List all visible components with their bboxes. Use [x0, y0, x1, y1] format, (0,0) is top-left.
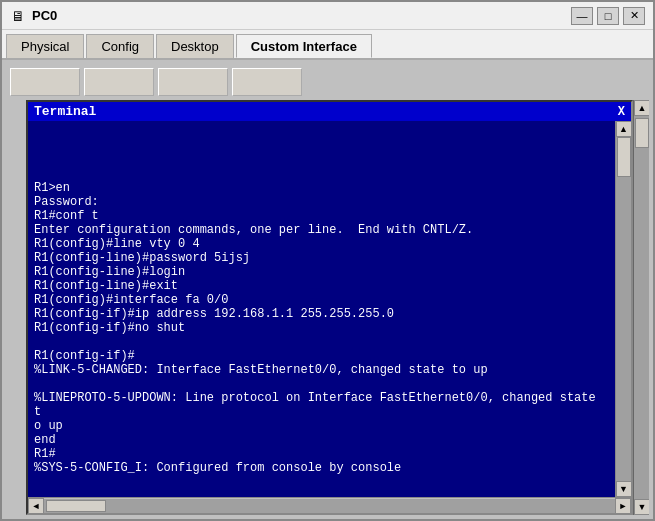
scroll-track-horizontal[interactable]: [44, 499, 615, 513]
toolbar-btn-4[interactable]: [232, 68, 302, 96]
outer-scroll-track[interactable]: [634, 116, 649, 499]
toolbar-btn-2[interactable]: [84, 68, 154, 96]
tab-config[interactable]: Config: [86, 34, 154, 58]
terminal-inner: R1>en Password: R1#conf t Enter configur…: [28, 121, 631, 497]
terminal-scrollbar-horizontal: ◄ ►: [28, 497, 631, 513]
window-icon: 🖥: [10, 8, 26, 24]
side-panel-left: [6, 100, 26, 515]
minimize-button[interactable]: —: [571, 7, 593, 25]
title-controls: — □ ✕: [571, 7, 645, 25]
main-content: Terminal X R1>en Password: R1#conf t Ent…: [2, 60, 653, 519]
toolbar-btn-1[interactable]: [10, 68, 80, 96]
tab-bar: Physical Config Desktop Custom Interface: [2, 30, 653, 60]
tab-desktop[interactable]: Desktop: [156, 34, 234, 58]
terminal-title: Terminal: [34, 104, 96, 119]
scroll-track-vertical[interactable]: [616, 137, 631, 481]
tab-physical[interactable]: Physical: [6, 34, 84, 58]
terminal-title-bar: Terminal X: [28, 102, 631, 121]
scroll-thumb-horizontal[interactable]: [46, 500, 106, 512]
main-window: 🖥 PC0 — □ ✕ Physical Config Desktop Cust…: [0, 0, 655, 521]
outer-scroll-down-button[interactable]: ▼: [634, 499, 649, 515]
tab-custom-interface[interactable]: Custom Interface: [236, 34, 372, 58]
scroll-down-button[interactable]: ▼: [616, 481, 632, 497]
terminal-container: Terminal X R1>en Password: R1#conf t Ent…: [26, 100, 633, 515]
maximize-button[interactable]: □: [597, 7, 619, 25]
terminal-body[interactable]: R1>en Password: R1#conf t Enter configur…: [28, 121, 615, 497]
scroll-right-button[interactable]: ►: [615, 498, 631, 514]
window-title: PC0: [32, 8, 57, 23]
toolbar-area: [6, 64, 649, 100]
outer-scroll-up-button[interactable]: ▲: [634, 100, 649, 116]
terminal-close-button[interactable]: X: [618, 105, 625, 119]
toolbar-btn-3[interactable]: [158, 68, 228, 96]
scroll-thumb-vertical[interactable]: [617, 137, 631, 177]
title-bar-left: 🖥 PC0: [10, 8, 57, 24]
outer-scroll-thumb[interactable]: [635, 118, 649, 148]
scroll-left-button[interactable]: ◄: [28, 498, 44, 514]
close-button[interactable]: ✕: [623, 7, 645, 25]
outer-scrollbar-vertical: ▲ ▼: [633, 100, 649, 515]
terminal-scrollbar-vertical: ▲ ▼: [615, 121, 631, 497]
scroll-up-button[interactable]: ▲: [616, 121, 632, 137]
title-bar: 🖥 PC0 — □ ✕: [2, 2, 653, 30]
